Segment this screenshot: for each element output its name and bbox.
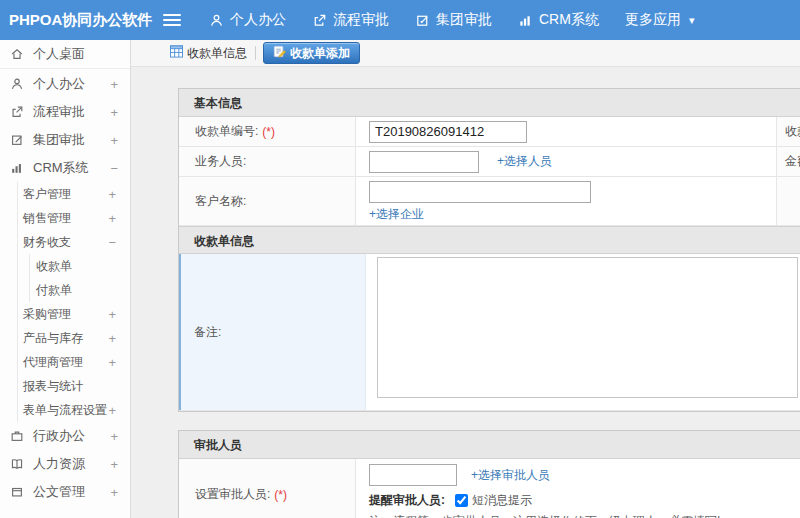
required-mark: (*): [262, 125, 275, 139]
main-area: 收款单信息 收款单添加 基本信息 收款单编号: (*) 收款单日期:: [131, 40, 800, 518]
plus-icon[interactable]: +: [108, 403, 116, 418]
remind-approver-label: 提醒审批人员:: [369, 492, 445, 509]
row-salesperson: 业务人员: +选择人员 金额:: [179, 147, 800, 177]
plus-icon[interactable]: +: [108, 187, 116, 202]
remark-textarea[interactable]: [377, 257, 798, 398]
plus-icon[interactable]: +: [110, 429, 118, 444]
sms-remind-checkbox[interactable]: [455, 494, 468, 507]
nav-crm[interactable]: CRM系统: [518, 11, 599, 29]
sidebar-item-product-inventory[interactable]: 产品与库存 +: [18, 326, 130, 350]
hamburger-icon[interactable]: [163, 14, 181, 26]
sidebar-item-personal-office[interactable]: 个人办公 +: [0, 70, 130, 98]
section-header-approval: 审批人员: [179, 431, 800, 459]
sidebar-item-group-approval[interactable]: 集团审批 +: [0, 126, 130, 154]
plus-icon[interactable]: +: [110, 133, 118, 148]
plus-icon[interactable]: +: [110, 485, 118, 500]
plus-icon[interactable]: +: [108, 211, 116, 226]
salesperson-label: 业务人员:: [195, 153, 246, 170]
panel-gap: [178, 412, 800, 430]
nav-more-apps[interactable]: 更多应用 ▾: [625, 11, 695, 29]
sidebar-item-payment[interactable]: 付款单: [30, 278, 130, 302]
customer-name-label: 客户名称:: [195, 193, 246, 210]
receipt-date-label: 收款单日期:: [776, 117, 800, 146]
crm-submenu: 客户管理 + 销售管理 + 财务收支 − 收款单 付款单 采购管理 + 产品与库…: [17, 182, 130, 422]
user-icon: [209, 13, 224, 28]
briefcase-icon: [10, 429, 25, 443]
row-remark: 备注:: [179, 254, 800, 411]
receipt-no-label: 收款单编号:: [195, 123, 258, 140]
section-header-basic-info: 基本信息: [179, 89, 800, 117]
home-icon: [10, 47, 25, 61]
amount-label: 金额:: [776, 147, 800, 176]
nav-workflow-approval[interactable]: 流程审批: [312, 11, 389, 29]
bar-chart-icon: [10, 161, 25, 175]
sidebar-item-reports-stats[interactable]: 报表与统计: [18, 374, 130, 398]
plus-icon[interactable]: +: [110, 77, 118, 92]
sidebar-item-workflow-approval[interactable]: 流程审批 +: [0, 98, 130, 126]
sidebar-item-receipt[interactable]: 收款单: [30, 254, 130, 278]
section-header-receipt-info: 收款单信息: [179, 226, 800, 254]
book-icon: [10, 457, 25, 471]
approver-input[interactable]: [369, 464, 457, 486]
document-icon: [10, 485, 25, 499]
sms-remind-label: 短消息提示: [472, 492, 532, 509]
tab-receipt-add[interactable]: 收款单添加: [263, 42, 360, 64]
plus-icon[interactable]: +: [108, 331, 116, 346]
caret-down-icon: ▾: [689, 14, 695, 27]
form-add-icon: [273, 45, 286, 61]
select-company-link[interactable]: +选择企业: [369, 206, 424, 223]
plus-icon[interactable]: +: [108, 307, 116, 322]
select-approver-link[interactable]: +选择审批人员: [471, 467, 550, 484]
plus-icon[interactable]: +: [110, 457, 118, 472]
edit-square-icon: [10, 133, 25, 147]
sidebar-item-form-flow-settings[interactable]: 表单与流程设置 +: [18, 398, 130, 422]
sidebar-item-document-mgmt[interactable]: 公文管理 +: [0, 478, 130, 506]
tab-separator: [255, 46, 256, 60]
row-approver: 设置审批人员: (*) +选择审批人员 提醒审批人员: 短消息提示 注：流程第一…: [179, 459, 800, 518]
salesperson-input[interactable]: [369, 151, 479, 173]
customer-name-input[interactable]: [369, 181, 591, 203]
flow-icon: [10, 105, 25, 119]
sidebar-item-customer-mgmt[interactable]: 客户管理 +: [18, 182, 130, 206]
remark-label: 备注:: [194, 324, 221, 341]
edit-square-icon: [415, 13, 430, 28]
minus-icon[interactable]: −: [110, 161, 118, 176]
finance-submenu: 收款单 付款单: [29, 254, 130, 302]
approval-panel: 审批人员 设置审批人员: (*) +选择审批人员 提醒审批人员: 短消息提示: [178, 430, 800, 518]
tab-receipt-info[interactable]: 收款单信息: [165, 45, 252, 62]
sidebar-item-admin-office[interactable]: 行政办公 +: [0, 422, 130, 450]
required-mark: (*): [274, 488, 287, 502]
plus-icon[interactable]: +: [110, 105, 118, 120]
sidebar: 个人桌面 个人办公 + 流程审批 + 集团审批 + CRM系统 − 客户管理 +…: [0, 40, 131, 518]
tab-bar: 收款单信息 收款单添加: [131, 40, 800, 67]
plus-icon[interactable]: +: [108, 355, 116, 370]
sidebar-item-personal-desktop[interactable]: 个人桌面: [0, 40, 130, 69]
nav-group-approval[interactable]: 集团审批: [415, 11, 492, 29]
minus-icon[interactable]: −: [108, 235, 116, 250]
row-customer-name: 客户名称: +选择企业: [179, 177, 800, 226]
user-icon: [10, 77, 25, 91]
row-receipt-no: 收款单编号: (*) 收款单日期:: [179, 117, 800, 147]
select-person-link[interactable]: +选择人员: [497, 153, 552, 170]
receipt-no-input[interactable]: [369, 121, 527, 143]
flow-icon: [312, 13, 327, 28]
approval-note: 注：流程第一步审批人员，这里选择你的下一级办理人，必需填写!: [369, 513, 800, 518]
approver-label: 设置审批人员:: [195, 486, 270, 503]
sidebar-item-purchase-mgmt[interactable]: 采购管理 +: [18, 302, 130, 326]
sidebar-item-hr[interactable]: 人力资源 +: [0, 450, 130, 478]
bar-chart-icon: [518, 13, 533, 28]
sidebar-item-crm-system[interactable]: CRM系统 −: [0, 154, 130, 182]
table-grid-icon: [170, 45, 183, 61]
top-nav: 个人办公 流程审批 集团审批 CRM系统 更多应用 ▾: [183, 11, 694, 29]
app-logo: PHPOA协同办公软件: [0, 11, 150, 30]
nav-personal-office[interactable]: 个人办公: [209, 11, 286, 29]
receipt-form-panel: 基本信息 收款单编号: (*) 收款单日期: 业务人员: +选择人员: [178, 88, 800, 412]
sidebar-item-finance[interactable]: 财务收支 −: [18, 230, 130, 254]
topbar: PHPOA协同办公软件 个人办公 流程审批 集团审批 CRM系统 更多应用 ▾: [0, 0, 800, 40]
sidebar-item-agent-mgmt[interactable]: 代理商管理 +: [18, 350, 130, 374]
form-content: 基本信息 收款单编号: (*) 收款单日期: 业务人员: +选择人员: [131, 67, 800, 518]
sidebar-item-sales-mgmt[interactable]: 销售管理 +: [18, 206, 130, 230]
